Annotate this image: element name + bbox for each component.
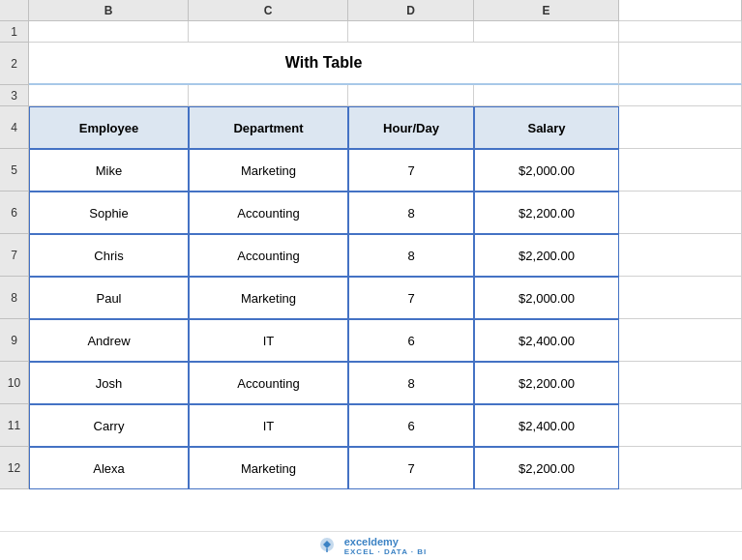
row-num-8: 8 <box>0 277 29 319</box>
row-num-11: 11 <box>0 404 29 447</box>
cell-rest-7 <box>619 234 742 277</box>
table-row-carry: 11 Carry IT 6 $2,400.00 <box>0 404 742 447</box>
cell-rest-1 <box>619 21 742 43</box>
row-num-9: 9 <box>0 319 29 362</box>
watermark: exceldemy EXCEL · DATA · BI <box>315 535 428 558</box>
row-num-12: 12 <box>0 447 29 489</box>
table-row-alexa: 12 Alexa Marketing 7 $2,200.00 <box>0 447 742 489</box>
watermark-area: exceldemy EXCEL · DATA · BI <box>0 531 742 560</box>
col-header-b[interactable]: B <box>29 0 189 21</box>
cell-c4-header[interactable]: Department <box>189 106 348 149</box>
row-num-3: 3 <box>0 85 29 106</box>
watermark-name: exceldemy <box>344 536 428 547</box>
cell-e10[interactable]: $2,200.00 <box>474 362 619 404</box>
corner-cell <box>0 0 29 21</box>
cell-b11[interactable]: Carry <box>29 404 189 447</box>
row-num-6: 6 <box>0 192 29 234</box>
remaining-grid <box>0 489 742 531</box>
cell-c3[interactable] <box>189 85 348 106</box>
cell-c8[interactable]: Marketing <box>189 277 348 319</box>
cell-c12[interactable]: Marketing <box>189 447 348 489</box>
row-num-10: 10 <box>0 362 29 404</box>
row-2: 2 With Table With Table <box>0 43 742 85</box>
cell-d8[interactable]: 7 <box>348 277 474 319</box>
cell-rest-11 <box>619 404 742 447</box>
cell-b2-title[interactable]: With Table <box>29 43 619 85</box>
table-row-sophie: 6 Sophie Accounting 8 $2,200.00 <box>0 192 742 234</box>
cell-b12[interactable]: Alexa <box>29 447 189 489</box>
cell-c11[interactable]: IT <box>189 404 348 447</box>
exceldemy-logo <box>315 535 339 558</box>
cell-rest-9 <box>619 319 742 362</box>
table-row-josh: 10 Josh Accounting 8 $2,200.00 <box>0 362 742 404</box>
cell-d7[interactable]: 8 <box>348 234 474 277</box>
cell-d6[interactable]: 8 <box>348 192 474 234</box>
row-1: 1 <box>0 21 742 43</box>
cell-e7[interactable]: $2,200.00 <box>474 234 619 277</box>
cell-rest-10 <box>619 362 742 404</box>
cell-d4-header[interactable]: Hour/Day <box>348 106 474 149</box>
cell-c7[interactable]: Accounting <box>189 234 348 277</box>
cell-e5[interactable]: $2,000.00 <box>474 149 619 192</box>
cell-d5[interactable]: 7 <box>348 149 474 192</box>
row-num-1: 1 <box>0 21 29 43</box>
cell-d11[interactable]: 6 <box>348 404 474 447</box>
row-num-7: 7 <box>0 234 29 277</box>
cell-c9[interactable]: IT <box>189 319 348 362</box>
cell-e8[interactable]: $2,000.00 <box>474 277 619 319</box>
cell-e3[interactable] <box>474 85 619 106</box>
cell-c10[interactable]: Accounting <box>189 362 348 404</box>
cell-c1[interactable] <box>189 21 348 43</box>
grid: B C D E 1 2 With Table <box>0 0 742 560</box>
cell-d1[interactable] <box>348 21 474 43</box>
cell-b10[interactable]: Josh <box>29 362 189 404</box>
cell-d12[interactable]: 7 <box>348 447 474 489</box>
col-header-e[interactable]: E <box>474 0 619 21</box>
cell-b6[interactable]: Sophie <box>29 192 189 234</box>
cell-d9[interactable]: 6 <box>348 319 474 362</box>
column-headers: B C D E <box>0 0 742 21</box>
cell-e6[interactable]: $2,200.00 <box>474 192 619 234</box>
cell-b7[interactable]: Chris <box>29 234 189 277</box>
cell-rest-6 <box>619 192 742 234</box>
cell-c6[interactable]: Accounting <box>189 192 348 234</box>
cell-rest-8 <box>619 277 742 319</box>
cell-e12[interactable]: $2,200.00 <box>474 447 619 489</box>
col-header-d[interactable]: D <box>348 0 474 21</box>
col-header-rest <box>619 0 742 21</box>
table-row-chris: 7 Chris Accounting 8 $2,200.00 <box>0 234 742 277</box>
row-num-4: 4 <box>0 106 29 149</box>
table-row-paul: 8 Paul Marketing 7 $2,000.00 <box>0 277 742 319</box>
row-num-2: 2 <box>0 43 29 85</box>
cell-b1[interactable] <box>29 21 189 43</box>
cell-rest-12 <box>619 447 742 489</box>
cell-b9[interactable]: Andrew <box>29 319 189 362</box>
cell-b4-header[interactable]: Employee <box>29 106 189 149</box>
col-header-c[interactable]: C <box>189 0 348 21</box>
cell-e9[interactable]: $2,400.00 <box>474 319 619 362</box>
watermark-subtext: EXCEL · DATA · BI <box>344 547 428 556</box>
cell-b3[interactable] <box>29 85 189 106</box>
cell-rest-2 <box>619 43 742 85</box>
table-row-andrew: 9 Andrew IT 6 $2,400.00 <box>0 319 742 362</box>
cell-c5[interactable]: Marketing <box>189 149 348 192</box>
cell-e1[interactable] <box>474 21 619 43</box>
cell-rest-3 <box>619 85 742 106</box>
cell-e11[interactable]: $2,400.00 <box>474 404 619 447</box>
cell-b5[interactable]: Mike <box>29 149 189 192</box>
row-4-header: 4 Employee Department Hour/Day Salary <box>0 106 742 149</box>
cell-e4-header[interactable]: Salary <box>474 106 619 149</box>
cell-rest-5 <box>619 149 742 192</box>
cell-b8[interactable]: Paul <box>29 277 189 319</box>
cell-d10[interactable]: 8 <box>348 362 474 404</box>
cell-d3[interactable] <box>348 85 474 106</box>
row-num-5: 5 <box>0 149 29 192</box>
spreadsheet: B C D E 1 2 With Table <box>0 0 742 560</box>
table-row-mike: 5 Mike Marketing 7 $2,000.00 <box>0 149 742 192</box>
row-3: 3 <box>0 85 742 106</box>
cell-rest-4 <box>619 106 742 149</box>
